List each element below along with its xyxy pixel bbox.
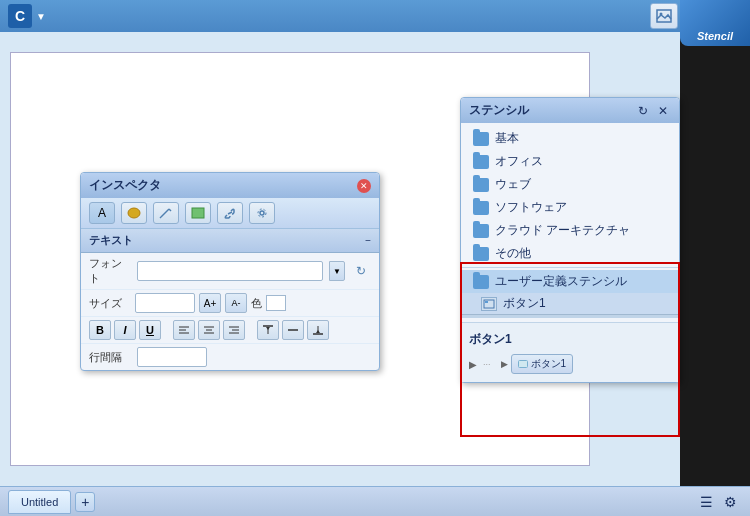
stencil-item-other[interactable]: その他	[461, 242, 679, 265]
app-container: C ▼ Stencil ステンシル	[0, 0, 750, 516]
stencil-title: ステンシル	[469, 102, 529, 119]
untitled-tab[interactable]: Untitled	[8, 490, 71, 514]
align-center-button[interactable]	[198, 320, 220, 340]
inspector-toolbar: A	[81, 198, 379, 229]
link-tool-button[interactable]	[217, 202, 243, 224]
app-logo[interactable]: C	[8, 4, 32, 28]
svg-point-14	[260, 211, 264, 215]
inspector-close-button[interactable]: ✕	[357, 179, 371, 193]
settings-tool-button[interactable]	[249, 202, 275, 224]
section-label: テキスト	[89, 233, 133, 248]
font-dropdown-button[interactable]: ▼	[329, 261, 345, 281]
folder-icon	[473, 275, 489, 289]
add-tab-icon: +	[81, 494, 89, 510]
svg-rect-7	[518, 361, 527, 368]
title-bar: C ▼ Stencil	[0, 0, 750, 32]
stencil-refresh-button[interactable]: ↻	[635, 103, 651, 119]
valign-middle-button[interactable]	[282, 320, 304, 340]
stencil-list: 基本 オフィス ウェブ ソフトウェア クラウド アーキテクチャ	[461, 123, 679, 322]
align-left-button[interactable]	[173, 320, 195, 340]
svg-rect-12	[192, 208, 204, 218]
folder-icon	[473, 178, 489, 192]
svg-line-13	[228, 212, 232, 214]
font-refresh-button[interactable]: ↻	[351, 261, 371, 281]
color-label: 色	[251, 296, 262, 311]
size-row: サイズ A+ A- 色	[81, 290, 379, 317]
collapse-btn[interactable]: −	[365, 235, 371, 246]
svg-marker-27	[266, 327, 270, 330]
folder-icon	[473, 247, 489, 261]
stencil-actions: ↻ ✕	[635, 103, 671, 119]
spacing-label: 行間隔	[89, 350, 131, 365]
stencil-item-basic[interactable]: 基本	[461, 127, 679, 150]
stencil-item-web[interactable]: ウェブ	[461, 173, 679, 196]
stencil-item-user-defined[interactable]: ユーザー定義ステンシル	[461, 270, 679, 293]
folder-icon	[473, 224, 489, 238]
stencil-label: クラウド アーキテクチャ	[495, 222, 630, 239]
align-right-button[interactable]	[223, 320, 245, 340]
stencil-separator	[461, 267, 679, 268]
stencil-badge[interactable]: Stencil	[680, 0, 750, 46]
status-settings-button[interactable]: ⚙	[718, 490, 742, 514]
tag-tool-button[interactable]	[121, 202, 147, 224]
stencil-title-bar: ステンシル ↻ ✕	[461, 98, 679, 123]
preview-button1[interactable]: ボタン1	[511, 354, 574, 374]
size-increase-button[interactable]: A+	[199, 293, 221, 313]
status-bar: Untitled + ☰ ⚙	[0, 486, 750, 516]
italic-button[interactable]: I	[114, 320, 136, 340]
stencil-panel: ステンシル ↻ ✕ 基本 オフィス ウェブ	[460, 97, 680, 383]
svg-line-11	[160, 217, 161, 218]
spacing-input[interactable]	[137, 347, 207, 367]
image-button[interactable]	[650, 3, 678, 29]
format-row: B I U	[81, 317, 379, 344]
stencil-preview-item: ▶ ··· ▶ ボタン1	[469, 354, 671, 374]
font-input[interactable]	[137, 261, 323, 281]
main-area: ステンシル ↻ ✕ 基本 オフィス ウェブ	[0, 32, 750, 486]
scroll-area	[461, 314, 679, 318]
svg-point-8	[128, 208, 140, 218]
size-decrease-button[interactable]: A-	[225, 293, 247, 313]
stencil-item-cloud[interactable]: クラウド アーキテクチャ	[461, 219, 679, 242]
add-tab-button[interactable]: +	[75, 492, 95, 512]
font-label: フォント	[89, 256, 131, 286]
stencil-sub-label: ボタン1	[503, 295, 546, 312]
stencil-label: ソフトウェア	[495, 199, 567, 216]
stencil-sub-item-button1[interactable]: ボタン1	[461, 293, 679, 314]
menu-icon: ☰	[700, 494, 713, 510]
font-row: フォント ▼ ↻	[81, 253, 379, 290]
underline-button[interactable]: U	[139, 320, 161, 340]
inspector-panel: インスペクタ ✕ A	[80, 172, 380, 371]
size-input[interactable]	[135, 293, 195, 313]
preview-btn-container: ▶ ボタン1	[501, 354, 574, 374]
svg-line-9	[161, 209, 169, 217]
valign-bottom-button[interactable]	[307, 320, 329, 340]
stencil-label: 基本	[495, 130, 519, 147]
right-dark-panel	[680, 32, 750, 486]
valign-top-button[interactable]	[257, 320, 279, 340]
app-dropdown[interactable]: ▼	[36, 11, 46, 22]
stencil-item-office[interactable]: オフィス	[461, 150, 679, 173]
folder-icon	[473, 155, 489, 169]
stencil-label: オフィス	[495, 153, 543, 170]
stencil-sub-icon	[481, 297, 497, 311]
shape-tool-button[interactable]	[185, 202, 211, 224]
svg-line-10	[169, 209, 171, 211]
svg-marker-31	[316, 330, 320, 333]
stencil-close-button[interactable]: ✕	[655, 103, 671, 119]
stencil-label: その他	[495, 245, 531, 262]
svg-point-15	[258, 209, 266, 217]
tab-label: Untitled	[21, 496, 58, 508]
draw-tool-button[interactable]	[153, 202, 179, 224]
status-menu-button[interactable]: ☰	[694, 490, 718, 514]
text-tool-button[interactable]: A	[89, 202, 115, 224]
stencil-label: ユーザー定義ステンシル	[495, 273, 627, 290]
spacing-row: 行間隔	[81, 344, 379, 370]
text-section-header: テキスト −	[81, 229, 379, 253]
inspector-title-bar: インスペクタ ✕	[81, 173, 379, 198]
folder-icon	[473, 201, 489, 215]
bold-button[interactable]: B	[89, 320, 111, 340]
stencil-label: ウェブ	[495, 176, 531, 193]
stencil-item-software[interactable]: ソフトウェア	[461, 196, 679, 219]
color-picker[interactable]	[266, 295, 286, 311]
preview-dots: ···	[483, 359, 491, 369]
